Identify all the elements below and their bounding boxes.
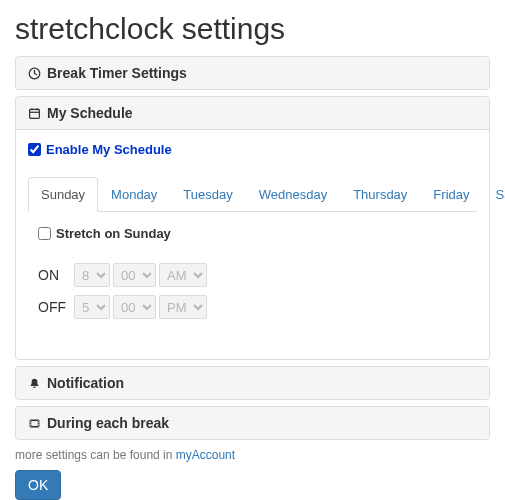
clock-icon (28, 67, 41, 80)
panel-title: Break Timer Settings (47, 65, 187, 81)
panel-head-notification[interactable]: Notification (16, 367, 489, 399)
off-minute-select[interactable]: 00 (113, 295, 156, 319)
panel-title: Notification (47, 375, 124, 391)
svg-rect-1 (30, 109, 40, 118)
tab-saturday[interactable]: Saturday (482, 177, 505, 212)
panel-head-during-break[interactable]: During each break (16, 407, 489, 439)
on-label: ON (38, 267, 74, 283)
tab-tuesday[interactable]: Tuesday (170, 177, 245, 212)
page-title: stretchclock settings (15, 12, 490, 46)
panel-title: My Schedule (47, 105, 133, 121)
panel-body-my-schedule: Enable My Schedule Sunday Monday Tuesday… (16, 130, 489, 359)
stretch-on-day-label[interactable]: Stretch on Sunday (56, 226, 171, 241)
panel-break-timer: Break Timer Settings (15, 56, 490, 90)
footer-text: more settings can be found in myAccount (15, 448, 490, 462)
footer-prefix: more settings can be found in (15, 448, 176, 462)
svg-rect-12 (38, 422, 39, 423)
calendar-icon (28, 107, 41, 120)
svg-rect-14 (38, 425, 39, 426)
film-icon (28, 417, 41, 430)
tab-wednesday[interactable]: Wednesday (246, 177, 340, 212)
off-hour-select[interactable]: 5 (74, 295, 110, 319)
on-time-row: ON 8 00 AM (38, 263, 467, 287)
off-time-row: OFF 5 00 PM (38, 295, 467, 319)
day-tabs: Sunday Monday Tuesday Wednesday Thursday… (28, 177, 477, 212)
bell-icon (28, 377, 41, 390)
panel-my-schedule: My Schedule Enable My Schedule Sunday Mo… (15, 96, 490, 360)
svg-rect-11 (38, 420, 39, 421)
on-period-select[interactable]: AM (159, 263, 207, 287)
ok-button[interactable]: OK (15, 470, 61, 500)
svg-rect-13 (38, 423, 39, 424)
tab-content: Stretch on Sunday ON 8 00 AM OFF 5 00 PM (28, 212, 477, 347)
tab-friday[interactable]: Friday (420, 177, 482, 212)
panel-title: During each break (47, 415, 169, 431)
panel-during-break: During each break (15, 406, 490, 440)
panel-head-break-timer[interactable]: Break Timer Settings (16, 57, 489, 89)
on-minute-select[interactable]: 00 (113, 263, 156, 287)
tab-sunday[interactable]: Sunday (28, 177, 98, 212)
svg-rect-6 (31, 421, 38, 426)
panel-notification: Notification (15, 366, 490, 400)
svg-rect-10 (30, 425, 31, 426)
on-hour-select[interactable]: 8 (74, 263, 110, 287)
off-label: OFF (38, 299, 74, 315)
panel-head-my-schedule[interactable]: My Schedule (16, 97, 489, 130)
svg-rect-7 (30, 420, 31, 421)
enable-my-schedule-checkbox[interactable] (28, 143, 41, 156)
tab-thursday[interactable]: Thursday (340, 177, 420, 212)
enable-my-schedule-label[interactable]: Enable My Schedule (46, 142, 172, 157)
off-period-select[interactable]: PM (159, 295, 207, 319)
stretch-on-day-checkbox[interactable] (38, 227, 51, 240)
svg-rect-9 (30, 423, 31, 424)
tab-monday[interactable]: Monday (98, 177, 170, 212)
my-account-link[interactable]: myAccount (176, 448, 235, 462)
svg-rect-8 (30, 422, 31, 423)
